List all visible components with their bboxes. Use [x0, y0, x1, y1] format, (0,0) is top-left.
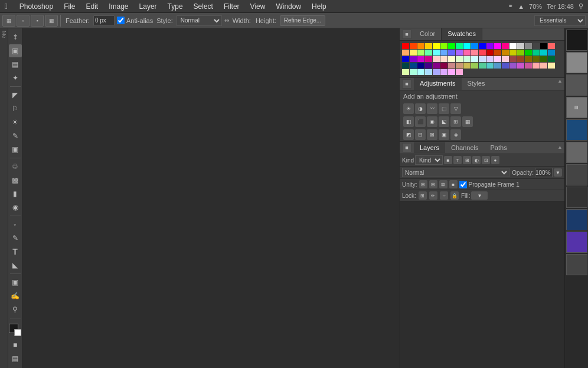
marquee-inter-btn[interactable]: ▩: [45, 15, 58, 27]
layer-filter-icon5[interactable]: ⊡: [482, 156, 490, 164]
swatch[interactable]: [448, 56, 455, 62]
menu-window[interactable]: Window: [271, 1, 306, 12]
adj-hue[interactable]: ◧: [403, 116, 414, 127]
style-select[interactable]: Normal Fixed Ratio Fixed Size: [177, 15, 222, 26]
swatch[interactable]: [533, 56, 540, 62]
tool-magic-wand[interactable]: ✦: [9, 71, 22, 84]
swatch[interactable]: [410, 56, 417, 62]
swatch[interactable]: [509, 56, 517, 62]
swatch[interactable]: [456, 50, 463, 56]
tool-stamp[interactable]: ▣: [9, 143, 22, 156]
swatch[interactable]: [402, 56, 409, 62]
refine-edge-button[interactable]: Refine Edge...: [280, 15, 325, 26]
adj-photo-filter[interactable]: ⬕: [439, 116, 449, 127]
tool-blur[interactable]: ◉: [9, 201, 22, 214]
adj-levels[interactable]: ◑: [415, 103, 426, 114]
swatch[interactable]: [486, 56, 494, 62]
adj-threshold[interactable]: ⊠: [427, 129, 437, 140]
tab-channels[interactable]: Channels: [445, 142, 484, 153]
menu-type[interactable]: Type: [163, 1, 188, 12]
swatch[interactable]: [463, 50, 471, 56]
thumb-10[interactable]: [566, 232, 587, 253]
tool-lasso[interactable]: ▤: [9, 58, 22, 71]
adj-selective-color[interactable]: ◈: [450, 129, 461, 140]
tool-gradient[interactable]: ▮: [9, 187, 22, 200]
apple-icon[interactable]: : [5, 2, 8, 11]
swatch[interactable]: [494, 50, 501, 56]
swatch[interactable]: [533, 63, 540, 69]
panel-icon-1[interactable]: ■: [402, 30, 411, 39]
tool-brush[interactable]: ✎: [9, 129, 22, 142]
swatch[interactable]: [425, 50, 432, 56]
swatch[interactable]: [456, 69, 463, 75]
swatch[interactable]: [548, 43, 555, 49]
swatch[interactable]: [494, 56, 501, 62]
swatch[interactable]: [425, 63, 432, 69]
swatch[interactable]: [417, 43, 424, 49]
adj-brightness[interactable]: ☀: [403, 103, 414, 114]
swatch[interactable]: [486, 43, 494, 49]
adj-vibrance[interactable]: ▽: [450, 103, 461, 114]
swatch[interactable]: [502, 63, 509, 69]
swatch[interactable]: [517, 63, 524, 69]
swatch[interactable]: [517, 56, 524, 62]
marquee-add-btn[interactable]: ▫: [17, 15, 30, 27]
adj-posterize[interactable]: ⊟: [415, 129, 426, 140]
fill-options[interactable]: ▼: [471, 191, 488, 200]
swatch[interactable]: [525, 50, 532, 56]
thumb-4[interactable]: ▤: [566, 97, 587, 118]
swatch[interactable]: [402, 50, 409, 56]
swatch[interactable]: [540, 56, 547, 62]
thumb-7[interactable]: [566, 164, 587, 185]
swatch[interactable]: [456, 63, 463, 69]
menu-edit[interactable]: Edit: [81, 1, 103, 12]
menu-select[interactable]: Select: [189, 1, 218, 12]
swatch[interactable]: [425, 43, 432, 49]
swatch[interactable]: [548, 63, 555, 69]
tool-quick-mask[interactable]: ■: [9, 338, 22, 351]
unity-icon3[interactable]: ⊠: [439, 180, 447, 188]
menu-help[interactable]: Help: [307, 1, 331, 12]
swatch[interactable]: [417, 69, 424, 75]
layer-filter-icon4[interactable]: ◐: [472, 156, 481, 164]
swatch[interactable]: [448, 50, 455, 56]
lock-icon2[interactable]: ✏: [429, 191, 437, 200]
swatch[interactable]: [533, 43, 540, 49]
swatch[interactable]: [479, 56, 486, 62]
tool-hand[interactable]: ✍: [9, 289, 22, 302]
swatch[interactable]: [440, 50, 447, 56]
swatch[interactable]: [433, 43, 440, 49]
swatch[interactable]: [440, 43, 447, 49]
foreground-color[interactable]: [9, 324, 18, 333]
swatch[interactable]: [486, 63, 494, 69]
unity-icon2[interactable]: ⊟: [429, 180, 437, 188]
adj-panel-icon[interactable]: ■: [402, 79, 411, 89]
swatch[interactable]: [410, 63, 417, 69]
layer-filter-icon1[interactable]: ■: [444, 156, 452, 164]
adj-curves[interactable]: 〰: [427, 103, 437, 114]
swatch[interactable]: [479, 43, 486, 49]
swatch[interactable]: [417, 50, 424, 56]
tab-paths[interactable]: Paths: [485, 142, 513, 153]
tab-color[interactable]: Color: [414, 28, 442, 40]
marquee-style-btn[interactable]: ▦: [2, 15, 15, 27]
swatch[interactable]: [448, 43, 455, 49]
swatch[interactable]: [540, 50, 547, 56]
lock-icon1[interactable]: ⊞: [419, 191, 427, 200]
swatch[interactable]: [502, 43, 509, 49]
swatch[interactable]: [448, 63, 455, 69]
tool-marquee[interactable]: ▣: [9, 44, 22, 57]
tool-move[interactable]: ⇞: [9, 31, 22, 44]
adj-channel-mixer[interactable]: ⊞: [450, 116, 461, 127]
swatch[interactable]: [433, 50, 440, 56]
spotlight-icon[interactable]: ⚲: [579, 2, 583, 10]
unity-icon1[interactable]: ⊞: [419, 180, 427, 188]
anti-alias-checkbox[interactable]: [117, 17, 125, 24]
swatch[interactable]: [548, 50, 555, 56]
adj-collapse-btn[interactable]: ▲: [557, 78, 564, 85]
swatch[interactable]: [402, 63, 409, 69]
swatch[interactable]: [425, 69, 432, 75]
menu-layer[interactable]: Layer: [135, 1, 162, 12]
tool-history[interactable]: ♲: [9, 160, 22, 173]
swatch[interactable]: [463, 56, 471, 62]
